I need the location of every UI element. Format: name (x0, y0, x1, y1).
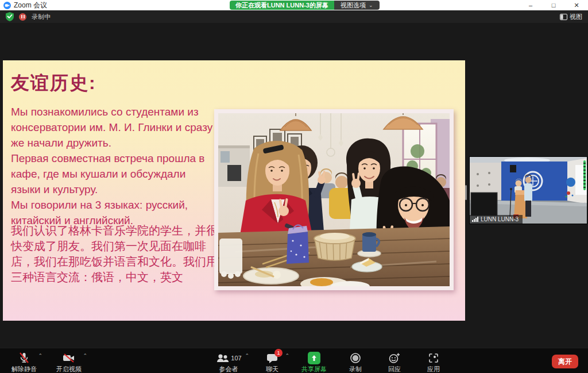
presentation-slide: 友谊历史: Мы познакомились со студентами из … (3, 60, 465, 321)
slide-russian-text: Мы познакомились со студентами из консер… (11, 104, 218, 228)
screen-share-banner: 你正在观看LUNN LUNN-3的屏幕 视图选项 ⌄ (230, 1, 380, 10)
cafe-photo-illustration (218, 113, 450, 286)
security-shield-icon[interactable] (6, 12, 14, 21)
chevron-up-icon[interactable]: ⌃ (285, 353, 289, 359)
close-button[interactable]: ✕ (565, 0, 588, 10)
reactions-button[interactable]: 回应 (378, 348, 411, 373)
chevron-down-icon: ⌄ (369, 3, 373, 8)
view-layout-icon (560, 14, 567, 20)
signal-bars-icon (472, 217, 478, 222)
meeting-status-bar: 录制中 视图 (0, 10, 588, 23)
app-title: Zoom 会议 (3, 1, 47, 10)
share-screen-icon (308, 352, 320, 364)
ru-paragraph: Первая совместная встреча прошла в кафе,… (11, 151, 218, 197)
recording-indicator: 录制中 (6, 10, 51, 23)
watching-status: 你正在观看LUNN LUNN-3的屏幕 (230, 1, 334, 10)
audio-level-meter (583, 160, 586, 190)
window-controls: – □ ✕ (519, 0, 588, 10)
slide-title: 友谊历史: (11, 71, 96, 96)
maximize-button[interactable]: □ (542, 0, 565, 10)
cafe-group-photo (214, 109, 454, 290)
ru-paragraph: Мы познакомились со студентами из консер… (11, 104, 218, 151)
microphone-muted-icon (17, 352, 31, 364)
chevron-up-icon[interactable]: ⌃ (38, 353, 42, 359)
recording-active-icon[interactable] (19, 13, 26, 21)
slide-chinese-text: 我们认识了格林卡音乐学院的学生，并很快变成了朋友。我们第一次见面在咖啡店，我们在… (11, 223, 220, 285)
participants-icon (215, 352, 229, 364)
start-video-button[interactable]: 开启视频 ⌃ (51, 348, 87, 373)
view-button[interactable]: 视图 (560, 12, 582, 21)
title-bar: Zoom 会议 你正在观看LUNN LUNN-3的屏幕 视图选项 ⌄ – □ ✕ (0, 0, 588, 10)
zoom-meeting-window: Zoom 会议 你正在观看LUNN LUNN-3的屏幕 视图选项 ⌄ – □ ✕… (0, 0, 588, 373)
view-options-button[interactable]: 视图选项 ⌄ (334, 1, 380, 10)
record-icon (350, 352, 361, 364)
participants-button[interactable]: 107 参会者 ⌃ (208, 348, 249, 373)
chevron-up-icon[interactable]: ⌃ (245, 353, 249, 359)
chat-button[interactable]: 聊天 1 ⌃ (255, 348, 289, 373)
zoom-logo-icon (3, 2, 11, 9)
shared-screen-stage: 友谊历史: Мы познакомились со студентами из … (0, 23, 588, 348)
participant-video-tile[interactable]: LUNN LUNN-3 (470, 157, 587, 224)
classroom-video-frame (470, 157, 587, 224)
apps-icon (428, 352, 439, 364)
participant-name-label: LUNN LUNN-3 (470, 215, 523, 224)
unmute-button[interactable]: 解除静音 ⌃ (6, 348, 42, 373)
panel-drag-handle[interactable] (465, 185, 467, 200)
chevron-up-icon[interactable]: ⌃ (83, 353, 87, 359)
camera-off-icon (61, 352, 76, 364)
apps-button[interactable]: 应用 (417, 348, 450, 373)
recording-label: 录制中 (32, 13, 51, 21)
leave-meeting-button[interactable]: 离开 (552, 355, 578, 368)
chat-unread-badge: 1 (274, 349, 283, 357)
record-button[interactable]: 录制 (339, 348, 372, 373)
meeting-toolbar: 解除静音 ⌃ 开启视频 ⌃ (0, 348, 588, 373)
share-screen-button[interactable]: 共享屏幕 (295, 348, 333, 373)
minimize-button[interactable]: – (519, 0, 542, 10)
reactions-smiley-icon (388, 352, 401, 364)
window-title: Zoom 会议 (14, 1, 47, 10)
participants-count: 107 (231, 355, 241, 362)
